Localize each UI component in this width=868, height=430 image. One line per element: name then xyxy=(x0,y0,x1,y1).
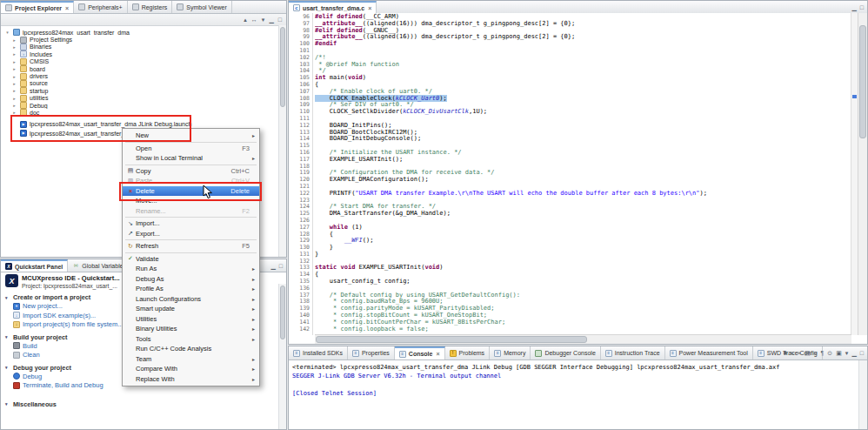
tree-item-cmsis[interactable]: CMSIS xyxy=(1,58,279,65)
twistie-icon[interactable] xyxy=(11,74,17,79)
remove-all-launches-icon[interactable]: × xyxy=(798,350,801,356)
minimize-icon[interactable]: ▁ xyxy=(851,4,856,10)
clear-console-icon[interactable]: ▤ xyxy=(805,350,811,356)
console-tab-problems[interactable]: Problems xyxy=(445,346,491,359)
maximize-icon[interactable]: □ xyxy=(278,17,282,23)
twistie-icon[interactable] xyxy=(11,51,17,57)
menu-item-copy[interactable]: CopyCtrl+C xyxy=(123,166,259,177)
menu-item-open[interactable]: OpenF3 xyxy=(123,144,259,154)
console-tab-installed-sdks[interactable]: Installed SDKs xyxy=(289,346,348,359)
menu-item-compare-with[interactable]: Compare With xyxy=(123,364,259,374)
menu-item-debug-as[interactable]: Debug As xyxy=(123,274,259,285)
twistie-icon[interactable] xyxy=(11,44,17,50)
maximize-icon[interactable]: □ xyxy=(860,350,864,356)
minimize-icon[interactable]: ▁ xyxy=(851,350,856,356)
scroll-lock-icon[interactable]: ≡ xyxy=(814,350,818,356)
terminate-icon[interactable]: ■ xyxy=(783,350,786,356)
menu-item-profile-as[interactable]: Profile As xyxy=(123,284,259,294)
menu-item-refresh[interactable]: RefreshF5 xyxy=(123,241,259,252)
close-icon[interactable] xyxy=(436,351,439,357)
console-tab-memory[interactable]: Memory xyxy=(490,346,531,359)
twistie-icon[interactable] xyxy=(11,37,17,43)
right-horizontal-sash[interactable] xyxy=(288,343,868,346)
remove-launch-icon[interactable]: × xyxy=(791,350,794,356)
twistie-icon[interactable] xyxy=(11,103,17,108)
maximize-icon[interactable]: □ xyxy=(860,4,864,10)
menu-item-run-c-c-code-analysis[interactable]: Run C/C++ Code Analysis xyxy=(123,344,259,354)
menu-item-smart-update[interactable]: Smart update xyxy=(123,304,259,314)
console-tab-instruction-trace[interactable]: Instruction Trace xyxy=(601,346,665,359)
tree-item-includes[interactable]: Includes xyxy=(1,50,279,57)
display-selected-console-icon[interactable]: ▣ xyxy=(836,350,842,356)
menu-item-run-as[interactable]: Run As xyxy=(123,264,259,274)
twistie-icon[interactable] xyxy=(5,401,11,406)
menu-item-validate[interactable]: Validate xyxy=(123,254,259,265)
explorer-tab-project-explorer[interactable]: Project Explorer xyxy=(1,1,74,13)
quickstart-tab-quickstart-panel[interactable]: Quickstart Panel xyxy=(1,259,68,272)
menu-item-import[interactable]: Import... xyxy=(123,218,259,229)
explorer-scrollbar[interactable] xyxy=(278,25,286,257)
explorer-tab-symbol-viewer[interactable]: Symbol Viewer xyxy=(172,1,232,13)
close-icon[interactable] xyxy=(65,5,69,11)
maximize-icon[interactable]: □ xyxy=(279,263,283,269)
editor-vertical-scrollbar[interactable] xyxy=(858,13,867,335)
tree-item-source[interactable]: source xyxy=(1,80,279,87)
twistie-icon[interactable] xyxy=(11,59,17,64)
vertical-sash[interactable] xyxy=(286,0,289,430)
tree-item-doc[interactable]: doc xyxy=(1,109,279,116)
tree-item-drivers[interactable]: drivers xyxy=(1,72,279,79)
menu-item-launch-configurations[interactable]: Launch Configurations xyxy=(123,294,259,305)
console-scrollbar[interactable] xyxy=(858,360,867,429)
menu-item-export[interactable]: Export... xyxy=(123,229,259,239)
editor-tab-usart-transfer-dma-c[interactable]: usart_transfer_dma.c xyxy=(289,1,377,13)
close-icon[interactable] xyxy=(368,5,371,11)
tree-item-project[interactable]: lpcxpresso824max_usart_transfer_dma xyxy=(1,29,279,36)
menu-item-replace-with[interactable]: Replace With xyxy=(123,374,259,385)
tree-item-startup[interactable]: startup xyxy=(1,87,279,94)
console-tab-debugger-console[interactable]: Debugger Console xyxy=(531,346,600,359)
tree-item-board[interactable]: board xyxy=(1,65,279,72)
tree-item-binaries[interactable]: Binaries xyxy=(1,44,279,50)
tree-item-utilities[interactable]: utilities xyxy=(1,95,279,102)
pin-console-icon[interactable]: ⊙ xyxy=(827,350,832,356)
overview-marker[interactable] xyxy=(852,95,857,98)
menu-item-rename[interactable]: Rename...F2 xyxy=(123,206,259,217)
code-area[interactable]: #elif defined(__CC_ARM)__attribute__((al… xyxy=(315,13,851,335)
scrollbar-thumb[interactable] xyxy=(280,27,285,107)
tree-item-project-settings[interactable]: Project Settings xyxy=(1,36,279,43)
twistie-icon[interactable] xyxy=(5,365,11,370)
scrollbar-thumb[interactable] xyxy=(316,336,587,343)
collapse-all-icon[interactable]: ▴ xyxy=(244,17,247,23)
menu-item-show-in-local-terminal[interactable]: Show in Local Terminal xyxy=(123,153,259,164)
menu-item-binary-utilities[interactable]: Binary Utilities xyxy=(123,324,259,334)
editor-body[interactable]: 9697989910010110210310410510610710810911… xyxy=(289,13,867,344)
link-with-editor-icon[interactable]: ↔ xyxy=(251,17,257,23)
console-tab-power-measurement-tool[interactable]: Power Measurement Tool xyxy=(665,346,753,359)
twistie-icon[interactable] xyxy=(11,110,17,115)
twistie-icon[interactable] xyxy=(5,295,11,300)
open-console-icon[interactable]: ▾ xyxy=(845,350,849,356)
twistie-icon[interactable] xyxy=(11,66,17,71)
console-output[interactable]: <terminated> lpcxpresso824max_usart_tran… xyxy=(289,360,859,429)
twistie-icon[interactable] xyxy=(4,30,10,35)
tree-item-debug[interactable]: Debug xyxy=(1,102,279,109)
twistie-icon[interactable] xyxy=(5,334,11,339)
console-tab-console[interactable]: Console xyxy=(395,346,445,359)
menu-item-new[interactable]: New xyxy=(123,131,259,141)
twistie-icon[interactable] xyxy=(11,81,17,86)
menu-item-paste[interactable]: PasteCtrl+V xyxy=(123,176,259,186)
menu-item-team[interactable]: Team xyxy=(123,354,259,365)
minimize-icon[interactable]: ▁ xyxy=(270,263,275,269)
menu-item-delete[interactable]: DeleteDelete xyxy=(123,186,259,197)
twistie-icon[interactable] xyxy=(11,88,17,93)
explorer-tab-registers[interactable]: Registers xyxy=(128,1,173,13)
explorer-tab-peripherals[interactable]: Peripherals+ xyxy=(74,1,128,13)
console-tab-properties[interactable]: Properties xyxy=(348,346,395,359)
view-menu-icon[interactable]: ▾ xyxy=(262,17,265,23)
word-wrap-icon[interactable]: ¶ xyxy=(821,350,825,356)
minimize-icon[interactable]: ▁ xyxy=(269,17,273,23)
menu-item-utilities[interactable]: Utilities xyxy=(123,314,259,325)
menu-item-move[interactable]: Move... xyxy=(123,196,259,206)
menu-item-tools[interactable]: Tools xyxy=(123,334,259,345)
scrollbar-thumb[interactable] xyxy=(859,25,866,138)
